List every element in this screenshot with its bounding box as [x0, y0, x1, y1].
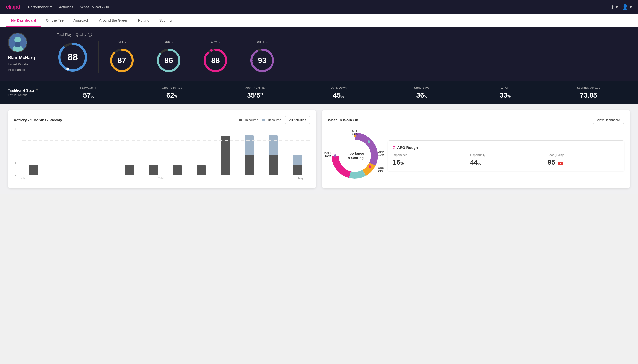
bar-group-5 — [142, 129, 164, 175]
bar-group-0 — [23, 129, 45, 175]
stat-sand-save: Sand Save 36% — [380, 86, 464, 99]
tab-off-the-tee[interactable]: Off the Tee — [41, 14, 69, 27]
flag-icon: ▼ — [558, 162, 564, 166]
info-icon: ? — [88, 33, 92, 37]
on-course-bar — [269, 156, 278, 175]
off-course-bar — [293, 155, 302, 165]
trad-stats-title: Traditional Stats ? — [8, 88, 47, 92]
nav-right: ⊕ ▾ 👤 ▾ — [610, 4, 632, 10]
stat-greens-in-reg: Greens In Reg 62% — [130, 86, 214, 99]
trad-stats-subtitle: Last 20 rounds — [8, 94, 47, 97]
svg-point-9 — [110, 59, 112, 62]
nav-activities[interactable]: Activities — [59, 5, 73, 9]
bar-group-10 — [262, 129, 284, 175]
svg-point-15 — [210, 49, 212, 52]
on-course-dot — [239, 118, 242, 122]
app-donut-label: APP 12% — [378, 150, 384, 157]
stat-up-down: Up & Down 45% — [297, 86, 380, 99]
nav-links: Performance ▾ Activities What To Work On — [28, 5, 602, 9]
opportunity-stat: Opportunity 44% — [470, 154, 542, 166]
nav-performance[interactable]: Performance ▾ — [28, 5, 52, 9]
bottom-section: Activity - 3 Months - Weekly On course O… — [0, 104, 638, 194]
putt-donut-label: PUTT 57% — [324, 151, 331, 158]
work-title: What To Work On — [328, 118, 358, 122]
activity-header: Activity - 3 Months - Weekly On course O… — [14, 116, 310, 124]
chevron-down-icon: ▾ — [50, 5, 52, 9]
svg-point-1 — [15, 37, 21, 43]
bar-group-8 — [214, 129, 236, 175]
work-card: What To Work On View Dashboard — [322, 110, 630, 188]
svg-point-18 — [250, 59, 253, 62]
activity-title: Activity - 3 Months - Weekly — [14, 118, 62, 122]
player-info: Blair McHarg United Kingdom Plus Handica… — [8, 33, 47, 72]
traditional-stats: Traditional Stats ? Last 20 rounds Fairw… — [0, 81, 638, 104]
work-content: Importance To Scoring OTT 10% APP 12% AR… — [328, 129, 624, 182]
shot-quality-stat: Shot Quality 95 ▼ — [548, 154, 619, 166]
svg-point-25 — [369, 166, 371, 168]
stat-app-proximity: App. Proximity 35'5" — [214, 86, 297, 99]
bar-group-3 — [95, 129, 117, 175]
stat-scoring-avg: Scoring Average 73.85 — [547, 86, 630, 99]
off-course-bar — [269, 136, 278, 155]
svg-point-6 — [66, 68, 69, 71]
bar-group-6 — [166, 129, 188, 175]
on-course-bar — [173, 165, 182, 175]
putt-score-col: PUTT ↗ 93 — [239, 40, 285, 74]
on-course-bar — [149, 165, 158, 175]
app-logo: clippd — [6, 4, 20, 10]
bar-group-11 — [286, 129, 308, 175]
all-activities-button[interactable]: All Activities — [285, 116, 310, 124]
view-dashboard-button[interactable]: View Dashboard — [593, 116, 624, 124]
chart-legend: On course Off course — [239, 118, 281, 122]
off-course-bar — [245, 136, 254, 155]
on-course-bar — [293, 165, 302, 175]
chart-x-label: 28 Mar — [157, 177, 166, 180]
on-course-bar — [29, 165, 38, 175]
ott-circle: 87 — [108, 47, 135, 74]
trad-info-icon: ? — [36, 88, 38, 92]
arg-arrow-icon: ↗ — [218, 41, 220, 44]
bar-group-9 — [238, 129, 260, 175]
arg-score-col: ARG ↗ 88 — [192, 40, 239, 74]
stat-fairways-hit: Fairways Hit 57% — [47, 86, 130, 99]
bar-group-1 — [47, 129, 69, 175]
nav-what-to-work-on[interactable]: What To Work On — [80, 5, 109, 9]
arg-label: ARG ↗ — [211, 40, 220, 44]
svg-point-24 — [368, 140, 370, 143]
legend-on-course: On course — [239, 118, 258, 122]
on-course-bar — [125, 165, 134, 175]
on-course-bar — [221, 136, 230, 175]
bar-group-4 — [118, 129, 140, 175]
tpq-label: Total Player Quality ? — [57, 33, 630, 37]
bar-group-2 — [71, 129, 93, 175]
hero-section: Blair McHarg United Kingdom Plus Handica… — [0, 27, 638, 81]
app-arrow-icon: ↗ — [171, 41, 173, 44]
putt-label: PUTT ↗ — [257, 40, 267, 44]
tab-putting[interactable]: Putting — [133, 14, 154, 27]
score-circles: 88 OTT ↗ 87 — [57, 40, 630, 74]
total-score-col: 88 — [57, 41, 99, 73]
player-name: Blair McHarg — [8, 55, 35, 60]
bar-group-7 — [190, 129, 212, 175]
ott-donut-label: OTT 10% — [352, 129, 358, 136]
tab-my-dashboard[interactable]: My Dashboard — [6, 14, 41, 27]
player-country: United Kingdom — [8, 62, 31, 66]
total-circle: 88 — [57, 41, 89, 73]
on-course-bar — [245, 156, 254, 175]
donut-center-label: Importance To Scoring — [345, 151, 364, 160]
tab-approach[interactable]: Approach — [69, 14, 94, 27]
tab-scoring[interactable]: Scoring — [154, 14, 176, 27]
activity-chart-area: 4 3 2 1 0 7 Feb28 Mar9 May — [14, 129, 310, 182]
svg-point-12 — [157, 59, 159, 62]
work-info-title: ARG Rough — [393, 146, 619, 150]
avatar — [8, 33, 28, 52]
user-menu[interactable]: 👤 ▾ — [622, 4, 632, 10]
tab-around-the-green[interactable]: Around the Green — [94, 14, 133, 27]
importance-stat: Importance 16% — [393, 154, 464, 166]
add-button[interactable]: ⊕ ▾ — [610, 4, 618, 10]
donut-chart: Importance To Scoring OTT 10% APP 12% AR… — [328, 129, 382, 182]
app-score-col: APP ↗ 86 — [145, 40, 192, 74]
on-course-bar — [197, 165, 206, 175]
chart-x-label: 9 May — [296, 177, 303, 180]
svg-rect-3 — [16, 42, 20, 47]
